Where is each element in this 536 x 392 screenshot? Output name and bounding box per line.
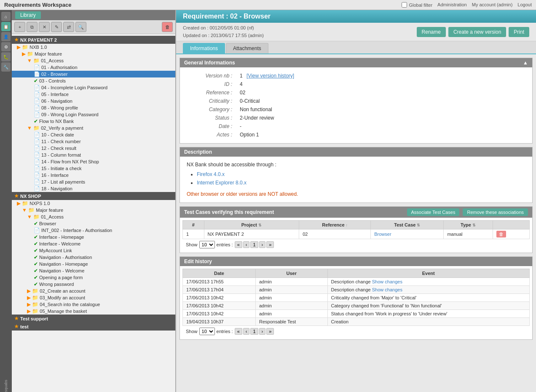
associate-test-cases-button[interactable]: Associate Test Cases	[407, 208, 460, 216]
tree-item-authorisation[interactable]: 📄 01 - Authorisation	[12, 64, 175, 71]
tree-item-interface-welcome[interactable]: ✔ Interface - Welcome	[12, 240, 175, 247]
tree-item-14[interactable]: 📄 14 - Flow from NX Pet Shop	[12, 158, 175, 165]
next-page-btn[interactable]: ›	[259, 328, 266, 335]
tree-item-controls[interactable]: ✔ 03 - Controls	[12, 77, 175, 84]
rename-button[interactable]: Rename	[417, 27, 446, 37]
tree-item-interface-homepage[interactable]: ✔ Interface - Homepage	[12, 234, 175, 240]
tree-item-navigation-06[interactable]: 📄 06 - Navigation	[12, 98, 175, 104]
ie-link[interactable]: Internet Explorer 8.0.x	[197, 180, 247, 186]
tree-group-test[interactable]: ★ test	[12, 323, 175, 331]
tree-item-16[interactable]: 📄 16 - Interface	[12, 172, 175, 179]
tree-item-12[interactable]: 📄 12 - Check result	[12, 145, 175, 152]
library-tab[interactable]: Library	[15, 11, 41, 19]
tree-item-11[interactable]: 📄 11 - Check number	[12, 138, 175, 145]
tree-item-15[interactable]: 📄 15 - Initiate a check	[12, 165, 175, 172]
page-1-btn[interactable]: 1	[250, 241, 258, 248]
tab-attachments[interactable]: Attachments	[226, 43, 268, 53]
trash-btn[interactable]: 🗑	[162, 22, 173, 32]
logout-link[interactable]: Logout	[517, 2, 532, 8]
col-project[interactable]: Project ⇅	[204, 220, 299, 229]
app-title: Requirements Workspace	[4, 2, 71, 8]
search-btn[interactable]: 🔍	[75, 22, 86, 32]
nav-users-btn[interactable]: 👤	[1, 32, 11, 41]
tree-item-verify-payment[interactable]: ▼ 📁 02_Verify a payment	[12, 125, 175, 131]
nav-home-btn[interactable]: ⌂	[1, 12, 11, 21]
tree-item-13[interactable]: 📄 13 - Column format	[12, 152, 175, 158]
next-page-btn[interactable]: ›	[259, 241, 266, 248]
table-row: 19/04/2013 10h37 Responsable Test Creati…	[183, 317, 530, 325]
col-testcase[interactable]: Test Case ⇅	[371, 220, 444, 229]
show-count-select[interactable]: 10 25 50	[199, 241, 215, 248]
tree-item-wrong-login-pw[interactable]: 📄 09 - Wrong Login Password	[12, 111, 175, 118]
my-account-link[interactable]: My account (admin)	[472, 2, 513, 8]
col-reference[interactable]: Reference ↑	[299, 220, 371, 229]
copy-btn[interactable]: ⧉	[27, 22, 38, 32]
tree-item-incomplete-pw[interactable]: 📄 04 - Incomplete Login Password	[12, 84, 175, 91]
nav-bug-btn[interactable]: 🐛	[1, 52, 11, 61]
tree-item-03modify[interactable]: ▶ 📁 03_Modify an account	[12, 294, 175, 301]
tree-item-01access[interactable]: ▼ 📁 01_Access	[12, 57, 175, 64]
tree-item-02create[interactable]: ▶ 📁 02_Create an account	[12, 288, 175, 294]
tree-item-wrong-profile[interactable]: 📄 08 - Wrong profile	[12, 104, 175, 111]
global-filter-link[interactable]: Global filter	[409, 3, 432, 8]
prev-page-btn[interactable]: ‹	[243, 328, 250, 335]
tree-item-opening-page[interactable]: ✔ Opening a page form	[12, 274, 175, 281]
nav-config-btn[interactable]: 🔧	[1, 62, 11, 72]
tree-item-05basket[interactable]: ▶ 📁 05_Manage the basket	[12, 308, 175, 315]
page-1-btn[interactable]: 1	[250, 328, 258, 335]
collapse-icon[interactable]: ▲	[523, 60, 528, 66]
firefox-link[interactable]: Firefox 4.0.x	[197, 171, 225, 177]
nav-settings-btn[interactable]: ⚙	[1, 42, 11, 51]
tree-label: NXPS 1.0	[29, 201, 50, 206]
tree-item-wrong-pw-shop[interactable]: ✔ Wrong password	[12, 281, 175, 288]
tree-item-nav-welcome[interactable]: ✔ Navigation - Welcome	[12, 267, 175, 274]
tree-item-myaccount[interactable]: ✔ MyAccount Link	[12, 247, 175, 254]
tree-item-browser-shop[interactable]: ✔ Browser	[12, 220, 175, 227]
browser-testcase-link[interactable]: Browser	[374, 232, 391, 237]
edit-btn[interactable]: ✎	[51, 22, 62, 32]
print-button[interactable]: Print	[509, 27, 529, 37]
tree-item-04search[interactable]: ▶ 📁 04_Search into the catalogue	[12, 301, 175, 308]
tree-item-flow-nx-bank[interactable]: ✔ Flow to NX Bank	[12, 118, 175, 125]
tab-informations[interactable]: Informations	[183, 43, 225, 53]
first-page-btn[interactable]: «	[235, 328, 242, 335]
administration-link[interactable]: Administration	[437, 2, 467, 8]
global-filter-checkbox[interactable]	[402, 2, 407, 8]
tree-item-nav-homepage[interactable]: ✔ Navigation - Homepage	[12, 261, 175, 267]
tree-item-10[interactable]: 📄 10 - Check date	[12, 131, 175, 138]
tree-group-test-support[interactable]: ★ Test support	[12, 315, 175, 323]
move-btn[interactable]: ⇄	[63, 22, 74, 32]
tree-item-nxps[interactable]: ▶ 📁 NXPS 1.0	[12, 200, 175, 207]
show-changes-link[interactable]: Show changes	[372, 287, 402, 292]
tree-item-01access-shop[interactable]: ▼ 📁 01_Access	[12, 213, 175, 220]
last-page-btn[interactable]: »	[266, 328, 274, 335]
tree-item-nxb[interactable]: ▶ 📁 NXB 1.0	[12, 44, 175, 51]
tree-item-18[interactable]: 📄 18 - Navigation	[12, 185, 175, 192]
tree-item-major-feature[interactable]: ▶ 📁 Major feature	[12, 51, 175, 57]
group-star-icon: ★	[14, 37, 19, 43]
tree-item-major-feature-shop[interactable]: ▼ 📁 Major feature	[12, 207, 175, 213]
tree-group-nx-shop[interactable]: ★ NX SHOP	[12, 192, 175, 200]
delete-btn[interactable]: ✕	[39, 22, 50, 32]
col-type[interactable]: Type ⇅	[444, 220, 493, 229]
tree-item-browser[interactable]: 📄 02 - Browser	[12, 71, 175, 77]
first-page-btn[interactable]: «	[235, 241, 242, 248]
add-btn[interactable]: +	[14, 22, 25, 32]
delete-row-button[interactable]: 🗑	[496, 231, 506, 237]
tree-item-nav-auth[interactable]: ✔ Navigation - Authorisation	[12, 254, 175, 261]
prev-page-btn[interactable]: ‹	[243, 241, 250, 248]
row-date: 17/06/2013 10h42	[183, 309, 256, 317]
nav-requirements-btn[interactable]: 📋	[1, 22, 11, 31]
create-new-version-button[interactable]: Create a new version	[448, 27, 506, 37]
tree-item-interface-05[interactable]: 📄 05 - Interface	[12, 91, 175, 98]
remove-associations-button[interactable]: Remove these associations	[463, 208, 528, 216]
created-on: Created on : 0012/05/05 01:00 (nf)	[183, 24, 264, 32]
tree-item-int002[interactable]: 📄 INT_002 - Interface - Authorisation	[12, 227, 175, 234]
show-count-select[interactable]: 10 25 50	[199, 328, 215, 335]
tree-label: 05_Manage the basket	[40, 309, 87, 314]
last-page-btn[interactable]: »	[266, 241, 274, 248]
show-changes-link[interactable]: Show changes	[372, 279, 402, 284]
view-version-history-link[interactable]: [View version history]	[247, 73, 294, 79]
tree-group-nx-payement[interactable]: ★ NX PAYEMENT 2	[12, 36, 175, 44]
tree-item-17[interactable]: 📄 17 - List all payments	[12, 179, 175, 185]
